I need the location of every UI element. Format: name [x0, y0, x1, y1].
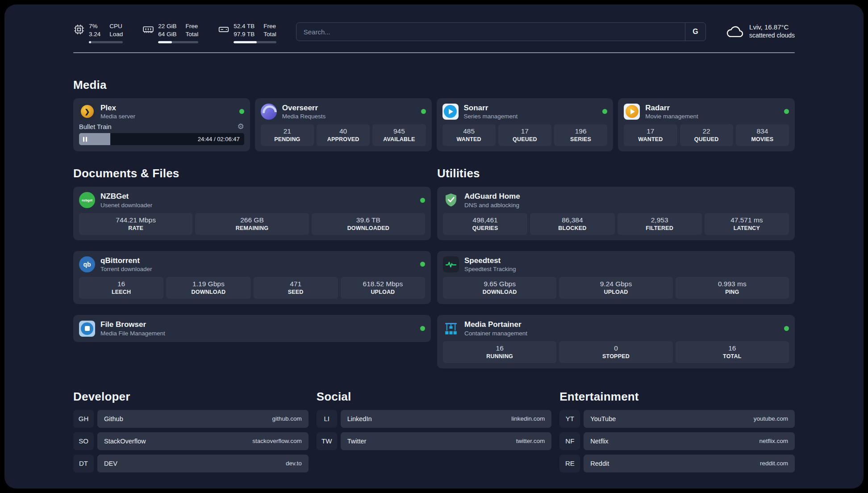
stat-label: WANTED: [445, 136, 493, 142]
app-card-adguard[interactable]: AdGuard Home DNS and adblocking 498,461 …: [437, 187, 795, 240]
bookmark-abbr: RE: [559, 455, 580, 472]
developer-column: Developer GH Github github.com SO StackO…: [73, 390, 309, 472]
app-card-speedtest[interactable]: Speedtest Speedtest Tracking 9.65 Gbps D…: [437, 251, 795, 305]
stat-value: 2,953: [620, 216, 700, 224]
qbittorrent-icon: qb: [79, 256, 95, 272]
bookmark-link[interactable]: Twitter twitter.com: [341, 432, 552, 450]
stat-label: BLOCKED: [532, 225, 612, 231]
stat-value: 17: [501, 127, 549, 135]
bookmark-link[interactable]: Reddit reddit.com: [584, 455, 795, 472]
stat-tile: 618.52 Mbps UPLOAD: [341, 277, 425, 299]
stat-value: 22: [682, 127, 731, 135]
app-name: Sonarr: [464, 104, 518, 113]
memory-label-2: Total: [186, 30, 199, 38]
stat-label: RUNNING: [445, 353, 554, 359]
memory-widget: 22 GiB 64 GiB Free Total: [142, 22, 198, 43]
documents-column: Documents & Files nzbget NZBGet Usenet d…: [73, 167, 431, 368]
app-card-overseerr[interactable]: Overseerr Media Requests 21 PENDING 40 A…: [255, 98, 432, 152]
bookmark-link[interactable]: YouTube youtube.com: [584, 410, 795, 428]
status-dot: [420, 326, 425, 331]
stat-value: 40: [319, 127, 367, 135]
status-dot: [420, 262, 425, 267]
status-dot: [420, 198, 425, 203]
bookmark-link[interactable]: LinkedIn linkedin.com: [341, 410, 552, 428]
stat-value: 39.6 TB: [314, 216, 423, 224]
app-subtitle: Media File Management: [100, 330, 165, 337]
stat-value: 485: [445, 127, 493, 135]
bookmark-abbr: DT: [73, 455, 94, 472]
stat-value: 0.993 ms: [678, 280, 787, 288]
bookmark-abbr: LI: [317, 410, 337, 428]
cloud-icon: [726, 24, 744, 39]
app-card-plex[interactable]: Plex Media server Bullet Train ⚙ 24:44 /…: [73, 98, 250, 152]
stat-tile: 266 GB REMAINING: [195, 213, 309, 235]
stat-value: 17: [626, 127, 675, 135]
pause-icon[interactable]: [83, 137, 87, 142]
bookmark-reddit: RE Reddit reddit.com: [559, 455, 795, 472]
search-input[interactable]: [296, 23, 685, 41]
stat-label: LATENCY: [707, 225, 787, 231]
portainer-crane-icon: [443, 321, 459, 337]
media-grid: Plex Media server Bullet Train ⚙ 24:44 /…: [73, 98, 795, 152]
adguard-shield-icon: [443, 192, 459, 208]
app-card-qbittorrent[interactable]: qb qBittorrent Torrent downloader 16 LEE…: [73, 251, 431, 305]
weather-condition: scattered clouds: [749, 32, 795, 39]
stat-label: QUERIES: [445, 225, 525, 231]
search-engine-button[interactable]: G: [685, 23, 705, 41]
stat-tile: 945 AVAILABLE: [372, 124, 426, 146]
app-name: qBittorrent: [100, 256, 152, 265]
now-playing-title: Bullet Train: [79, 123, 112, 130]
stat-tile: 16 LEECH: [79, 277, 163, 299]
stat-tile: 86,384 BLOCKED: [530, 213, 614, 235]
stat-tile: 17 WANTED: [624, 124, 677, 146]
memory-icon: [142, 24, 154, 35]
stat-label: UPLOAD: [561, 289, 670, 295]
app-name: Speedtest: [464, 256, 516, 265]
speedtest-graph-icon: [443, 256, 459, 272]
gear-icon[interactable]: ⚙: [238, 123, 244, 130]
status-dot: [239, 109, 244, 114]
bookmark-stackoverflow: SO StackOverflow stackoverflow.com: [73, 432, 309, 450]
stat-label: FILTERED: [620, 225, 700, 231]
disk-total-value: 97.9 TB: [234, 30, 255, 38]
filebrowser-icon: [79, 321, 95, 337]
social-column: Social LI LinkedIn linkedin.com TW Twitt…: [317, 390, 552, 472]
stat-tile: 16 TOTAL: [676, 341, 789, 363]
app-name: Overseerr: [282, 104, 326, 113]
overseerr-icon: [261, 104, 277, 120]
stat-tile: 196 SERIES: [554, 124, 607, 146]
stat-tile: 485 WANTED: [442, 124, 496, 146]
app-card-filebrowser[interactable]: File Browser Media File Management: [73, 315, 431, 342]
bookmark-link[interactable]: Github github.com: [97, 410, 309, 428]
sonarr-icon: [442, 104, 459, 120]
status-dot: [784, 326, 789, 331]
bookmark-link[interactable]: StackOverflow stackoverflow.com: [97, 432, 309, 450]
bookmark-link[interactable]: DEV dev.to: [97, 455, 309, 472]
stat-tile: 744.21 Mbps RATE: [79, 213, 192, 235]
status-dot: [602, 109, 607, 114]
stat-tile: 834 MOVIES: [736, 124, 789, 146]
stat-label: REMAINING: [197, 225, 306, 231]
app-card-nzbget[interactable]: nzbget NZBGet Usenet downloader 744.21 M…: [73, 187, 431, 240]
bookmark-abbr: GH: [73, 410, 94, 428]
plex-icon: [79, 104, 95, 120]
stat-label: RATE: [81, 225, 190, 231]
stat-label: WANTED: [626, 136, 675, 142]
bookmark-dev: DT DEV dev.to: [73, 455, 309, 472]
bookmark-abbr: YT: [559, 410, 580, 428]
stat-tile: 9.24 Gbps UPLOAD: [559, 277, 672, 299]
app-subtitle: Media Requests: [282, 113, 326, 120]
player-progress-bar[interactable]: 24:44 / 02:06:47: [79, 133, 244, 145]
app-card-portainer[interactable]: Media Portainer Container management 16 …: [437, 315, 795, 368]
app-card-sonarr[interactable]: Sonarr Series management 485 WANTED 17 Q…: [437, 98, 613, 152]
stat-value: 9.24 Gbps: [561, 280, 670, 288]
memory-total-value: 64 GiB: [158, 30, 176, 38]
disk-free-value: 52.4 TB: [234, 22, 255, 30]
bookmark-link[interactable]: Netflix netflix.com: [584, 432, 795, 450]
disk-progress-bar: [234, 41, 276, 43]
entertainment-column: Entertainment YT YouTube youtube.com NF …: [559, 390, 795, 472]
stat-value: 744.21 Mbps: [81, 216, 190, 224]
app-card-radarr[interactable]: Radarr Movie management 17 WANTED 22 QUE…: [618, 98, 795, 152]
stat-value: 266 GB: [197, 216, 306, 224]
stat-label: SEED: [256, 289, 336, 295]
